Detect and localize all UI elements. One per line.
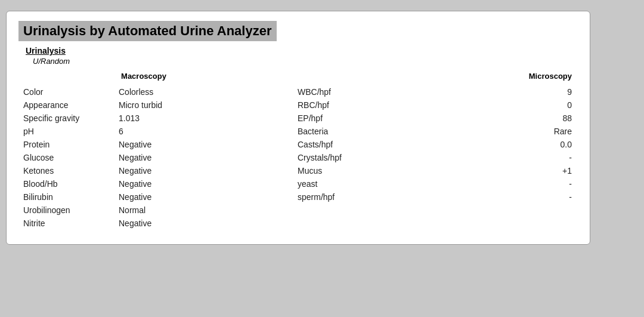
micro-label: RBC/hpf: [293, 99, 388, 112]
macro-value: Negative: [114, 190, 269, 204]
micro-label: Bacteria: [293, 125, 388, 138]
macro-value: Negative: [114, 138, 269, 151]
macro-label: Ketones: [18, 164, 114, 177]
table-row: Protein Negative: [18, 138, 269, 151]
table-row: RBC/hpf 0: [293, 99, 578, 112]
macro-label: Color: [18, 85, 114, 99]
micro-value: 9: [388, 85, 578, 99]
table-row: sperm/hpf -: [293, 190, 578, 204]
table-row: Bacteria Rare: [293, 125, 578, 138]
micro-label: WBC/hpf: [293, 85, 388, 99]
table-row: yeast -: [293, 177, 578, 190]
main-card: Urinalysis by Automated Urine Analyzer U…: [6, 11, 590, 245]
macro-value: 1.013: [114, 112, 269, 125]
macroscopy-panel: Macroscopy Color Colorless Appearance Mi…: [18, 72, 269, 230]
table-row: Specific gravity 1.013: [18, 112, 269, 125]
macro-label: Bilirubin: [18, 190, 114, 204]
subsection-label: U/Random: [33, 57, 578, 66]
micro-label: Casts/hpf: [293, 138, 388, 151]
page-title: Urinalysis by Automated Urine Analyzer: [18, 21, 277, 41]
macro-label: Blood/Hb: [18, 177, 114, 190]
table-row: Glucose Negative: [18, 151, 269, 164]
table-row: Urobilinogen Normal: [18, 204, 269, 217]
micro-value: -: [388, 177, 578, 190]
table-row: Appearance Micro turbid: [18, 99, 269, 112]
macro-label: Urobilinogen: [18, 204, 114, 217]
macro-value: Negative: [114, 164, 269, 177]
table-row: Color Colorless: [18, 85, 269, 99]
micro-label: yeast: [293, 177, 388, 190]
table-row: Casts/hpf 0.0: [293, 138, 578, 151]
micro-value: 0: [388, 99, 578, 112]
micro-value: +1: [388, 164, 578, 177]
macro-label: Protein: [18, 138, 114, 151]
microscopy-panel: Microscopy WBC/hpf 9 RBC/hpf 0 EP/hpf 88…: [293, 72, 578, 230]
micro-value: -: [388, 190, 578, 204]
macro-label: Specific gravity: [18, 112, 114, 125]
table-row: pH 6: [18, 125, 269, 138]
table-row: EP/hpf 88: [293, 112, 578, 125]
panels-container: Macroscopy Color Colorless Appearance Mi…: [18, 72, 578, 230]
micro-label: sperm/hpf: [293, 190, 388, 204]
macro-value: Negative: [114, 151, 269, 164]
macro-label: Appearance: [18, 99, 114, 112]
macro-value: Micro turbid: [114, 99, 269, 112]
micro-label: Mucus: [293, 164, 388, 177]
macroscopy-table: Color Colorless Appearance Micro turbid …: [18, 85, 269, 230]
macro-value: Colorless: [114, 85, 269, 99]
micro-label: EP/hpf: [293, 112, 388, 125]
table-row: WBC/hpf 9: [293, 85, 578, 99]
macro-value: Negative: [114, 177, 269, 190]
macro-label: Nitrite: [18, 217, 114, 230]
section-label: Urinalysis: [26, 46, 578, 56]
table-row: Nitrite Negative: [18, 217, 269, 230]
macro-value: Normal: [114, 204, 269, 217]
micro-label: Crystals/hpf: [293, 151, 388, 164]
macroscopy-header: Macroscopy: [18, 72, 269, 81]
table-row: Ketones Negative: [18, 164, 269, 177]
micro-value: 88: [388, 112, 578, 125]
macro-label: pH: [18, 125, 114, 138]
macro-label: Glucose: [18, 151, 114, 164]
micro-value: Rare: [388, 125, 578, 138]
microscopy-table: WBC/hpf 9 RBC/hpf 0 EP/hpf 88 Bacteria R…: [293, 85, 578, 204]
table-row: Crystals/hpf -: [293, 151, 578, 164]
microscopy-header: Microscopy: [293, 72, 578, 81]
table-row: Blood/Hb Negative: [18, 177, 269, 190]
macro-value: Negative: [114, 217, 269, 230]
micro-value: 0.0: [388, 138, 578, 151]
micro-value: -: [388, 151, 578, 164]
macro-value: 6: [114, 125, 269, 138]
table-row: Mucus +1: [293, 164, 578, 177]
table-row: Bilirubin Negative: [18, 190, 269, 204]
